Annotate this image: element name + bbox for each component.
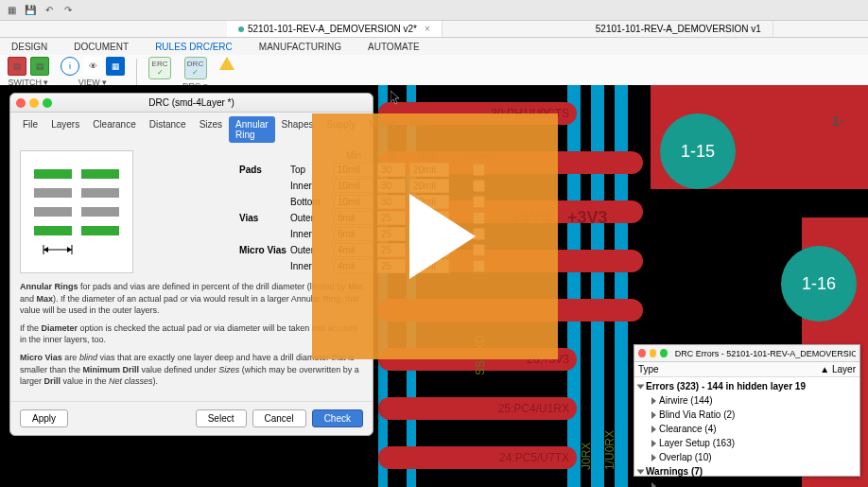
tree-wirestub[interactable]: Wire Stub (7) (638, 478, 856, 487)
save-icon[interactable]: 💾 (23, 3, 38, 18)
chevron-right-icon[interactable] (651, 454, 656, 461)
file-tab-2-label: 52101-101-REV-A_DEMOVERSION v1 (596, 24, 761, 34)
tab-annular[interactable]: Annular Ring (229, 116, 274, 143)
errors-tree: Errors (323) - 144 in hidden layer 19 Ai… (634, 377, 859, 487)
select-button[interactable]: Select (196, 409, 247, 427)
menu-document[interactable]: DOCUMENT (70, 40, 132, 54)
trace-24: 24:PC5/U7TX (378, 446, 577, 469)
chevron-right-icon[interactable] (651, 426, 656, 433)
tree-errors[interactable]: Errors (323) - 144 in hidden layer 19 (638, 379, 856, 393)
tree-overlap[interactable]: Overlap (10) (638, 450, 856, 464)
svg-rect-2 (34, 188, 72, 198)
menu-automate[interactable]: AUTOMATE (364, 40, 424, 54)
col-layer[interactable]: ▲ Layer (808, 364, 856, 374)
vert-label: 1/U0RX (603, 430, 616, 470)
pcb-icon (238, 26, 244, 32)
svg-rect-5 (81, 207, 119, 217)
drc-errors-panel: DRC Errors - 52101-101-REV-A_DEMOVERSION… (634, 344, 860, 477)
annular-ring-diagram (20, 150, 133, 273)
drc-icon[interactable]: DRC✓ (184, 57, 207, 79)
cancel-button[interactable]: Cancel (252, 409, 306, 427)
errors-title-text: DRC Errors - 52101-101-REV-A_DEMOVERSION… (675, 349, 856, 358)
tree-warnings[interactable]: Warnings (7) (638, 464, 856, 478)
pad-1: 1- (819, 102, 857, 140)
info-icon[interactable]: i (61, 57, 79, 76)
menu-rules[interactable]: RULES DRC/ERC (151, 40, 236, 54)
tab-layers[interactable]: Layers (44, 116, 86, 143)
tree-airwire[interactable]: Airwire (144) (638, 393, 856, 408)
grid-toggle-icon[interactable]: ▦ (106, 57, 125, 76)
check-button[interactable]: Check (312, 409, 363, 427)
menu-manufacturing[interactable]: MANUFACTURING (255, 40, 345, 54)
svg-rect-7 (81, 226, 119, 235)
via-column (615, 85, 628, 487)
chevron-down-icon[interactable] (637, 469, 645, 474)
pad-1-15: 1-15 (660, 113, 736, 189)
chevron-right-icon[interactable] (651, 440, 656, 447)
warning-icon[interactable] (219, 57, 234, 70)
svg-rect-0 (34, 169, 72, 179)
drc-title: DRC (smd-4Layer *) (10, 97, 373, 108)
svg-marker-12 (67, 247, 72, 252)
drc-button-row: Apply Select Cancel Check (10, 401, 373, 435)
svg-rect-1 (81, 169, 119, 179)
vert-label: J0RX (580, 443, 593, 470)
tree-blind[interactable]: Blind Via Ratio (2) (638, 408, 856, 422)
menu-design[interactable]: DESIGN (8, 40, 51, 54)
apply-button[interactable]: Apply (20, 409, 68, 427)
erc-icon[interactable]: ERC✓ (148, 57, 171, 79)
switch-icon-2[interactable]: ▤ (30, 57, 49, 76)
chevron-right-icon[interactable] (651, 397, 656, 405)
drc-titlebar[interactable]: DRC (smd-4Layer *) (10, 94, 373, 113)
via-column (567, 85, 581, 487)
svg-rect-4 (34, 207, 72, 217)
tab-file[interactable]: File (16, 116, 44, 143)
zoom-window-icon[interactable] (660, 349, 668, 357)
trace-25: 25:PC4/U1RX (378, 397, 577, 420)
file-tab-1[interactable]: 52101-101-REV-A_DEMOVERSION v2* × (227, 21, 443, 37)
minimize-window-icon[interactable] (650, 349, 657, 357)
svg-marker-11 (43, 247, 48, 252)
chevron-down-icon[interactable] (637, 384, 645, 389)
errors-columns: Type ▲ Layer (634, 362, 859, 377)
svg-rect-6 (34, 226, 72, 235)
net-label-3v3: +3V3 (567, 208, 608, 228)
close-icon[interactable]: × (425, 24, 430, 34)
tree-clearance[interactable]: Clearance (4) (638, 422, 856, 436)
via-column (591, 85, 604, 487)
eye-icon[interactable]: 👁 (83, 57, 102, 76)
menu-bar: DESIGN DOCUMENT RULES DRC/ERC MANUFACTUR… (0, 38, 868, 55)
file-tab-2[interactable]: 52101-101-REV-A_DEMOVERSION v1 (584, 21, 773, 37)
grid-icon[interactable]: ▦ (4, 3, 19, 18)
chevron-right-icon[interactable] (651, 482, 656, 488)
close-window-icon[interactable] (638, 349, 646, 357)
tab-distance[interactable]: Distance (143, 116, 193, 143)
svg-rect-3 (81, 188, 119, 198)
pad-1-16: 1-16 (781, 246, 857, 322)
col-type[interactable]: Type (638, 364, 808, 374)
top-icon-bar: ▦ 💾 ↶ ↷ (0, 0, 868, 21)
tree-layersetup[interactable]: Layer Setup (163) (638, 436, 856, 450)
undo-icon[interactable]: ↶ (42, 3, 57, 18)
video-play-overlay[interactable] (312, 113, 558, 359)
play-icon (409, 194, 476, 279)
tab-clearance[interactable]: Clearance (86, 116, 143, 143)
switch-icon-1[interactable]: ▤ (8, 57, 26, 76)
redo-icon[interactable]: ↷ (61, 3, 76, 18)
chevron-right-icon[interactable] (651, 411, 656, 419)
errors-titlebar[interactable]: DRC Errors - 52101-101-REV-A_DEMOVERSION… (634, 345, 859, 362)
file-tab-bar: 52101-101-REV-A_DEMOVERSION v2* × 52101-… (0, 21, 868, 38)
file-tab-1-label: 52101-101-REV-A_DEMOVERSION v2* (248, 24, 417, 34)
tab-sizes[interactable]: Sizes (193, 116, 229, 143)
